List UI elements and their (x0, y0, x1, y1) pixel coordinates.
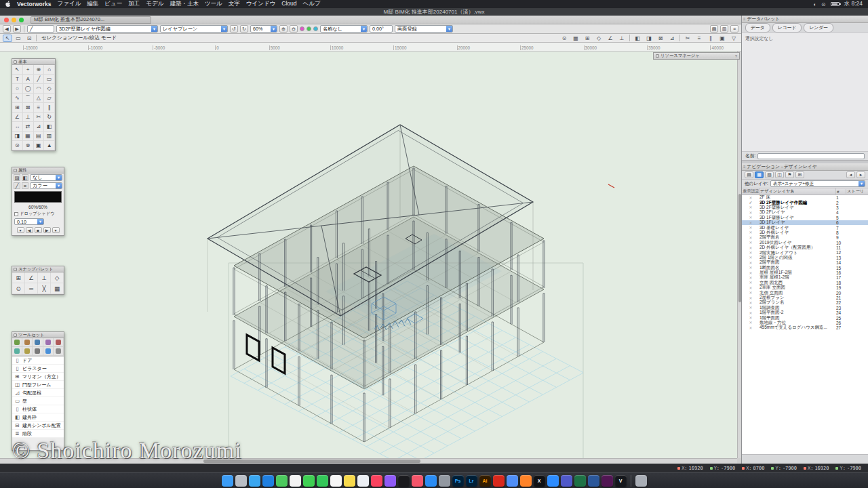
menubar-clock[interactable]: 水 8:24 (844, 0, 863, 8)
toolset-item[interactable]: ≣ 階段 (12, 430, 64, 438)
tool-icon[interactable]: ↻ (44, 113, 55, 122)
layer-visibility-toggle[interactable]: ✕ (742, 326, 760, 330)
dock-app-icon[interactable] (398, 475, 410, 487)
toolset-item[interactable]: ▯ ドア (12, 357, 64, 365)
column-visibility[interactable]: 表示設定 (742, 188, 760, 195)
menu-item[interactable]: 建築・土木 (170, 0, 199, 8)
dock-app-icon[interactable] (520, 475, 532, 487)
attr-next-button[interactable]: ▶ (43, 227, 51, 233)
horizontal-scrollbar[interactable] (0, 458, 737, 464)
dock-app-icon[interactable] (574, 475, 586, 487)
snap-perpendicular-icon[interactable]: ⊥ (617, 35, 627, 42)
menu-item[interactable]: ビュー (104, 0, 122, 8)
palette-header[interactable]: 属性 (12, 167, 64, 174)
layer-visibility-toggle[interactable]: ✕ (742, 211, 760, 215)
toolset-item[interactable]: ⊞ マリオン（方立） (12, 373, 64, 381)
menu-item[interactable]: ファイル (58, 0, 81, 8)
other-layers-dropdown[interactable]: 表示+スナップ+修正▼ (770, 180, 865, 187)
column-storey[interactable]: ストーリ (846, 188, 868, 195)
close-icon[interactable] (14, 60, 17, 64)
menu-item[interactable]: ヘルプ (303, 0, 321, 8)
dock-app-icon[interactable]: Ps (452, 475, 464, 487)
angle-field[interactable]: 0.00° (370, 25, 393, 33)
tool-icon[interactable]: + (23, 65, 34, 75)
snap-tool-icon[interactable]: ╳ (38, 283, 51, 294)
dock-app-icon[interactable] (588, 475, 599, 487)
layer-visibility-toggle[interactable]: ✕ (742, 241, 760, 245)
close-icon[interactable] (14, 169, 17, 172)
tool-icon[interactable]: ⌒ (23, 94, 34, 103)
menu-item[interactable]: 文字 (229, 0, 240, 8)
help-options-icon[interactable]: ▽ (729, 35, 738, 42)
display-icon[interactable]: ◐ (814, 1, 817, 7)
control-center-icon[interactable]: ⊙ (821, 1, 825, 7)
toolset-item[interactable]: ▯ ピラスター (12, 365, 64, 373)
data-palette-tab[interactable]: データ (745, 23, 770, 33)
forward-button[interactable]: ▶ (13, 25, 21, 33)
menu-item[interactable]: 加工 (128, 0, 140, 8)
tool-icon[interactable]: ▲ (44, 141, 55, 150)
tool-icon[interactable]: ✂ (34, 113, 45, 122)
viewports-tab-icon[interactable]: ◫ (775, 171, 784, 178)
layer-visibility-toggle[interactable]: ✕ (742, 306, 760, 310)
dock-app-icon[interactable]: Lr (466, 475, 477, 487)
data-palette-tab[interactable]: レンダー (804, 23, 833, 33)
layer-row[interactable]: ✕ 455mmで支えるログハウス鋼造... 27 (742, 325, 868, 330)
tool-icon[interactable]: ○ (12, 84, 23, 94)
layer-visibility-toggle[interactable]: ✕ (742, 286, 760, 290)
snap-grid-icon[interactable]: ▦ (571, 35, 580, 42)
references-tab-icon[interactable]: ⊞ (795, 171, 804, 178)
battery-icon[interactable] (831, 2, 840, 6)
tool-icon[interactable]: ◧ (44, 122, 55, 131)
dock-app-icon[interactable] (222, 475, 233, 487)
saved-views-tab-icon[interactable]: ⚑ (785, 171, 794, 178)
layer-visibility-toggle[interactable]: ✕ (742, 221, 760, 225)
dock-app-icon[interactable] (235, 475, 247, 487)
column-layer-name[interactable]: デザインレイヤ名 (760, 188, 836, 195)
menu-item[interactable]: ツール (205, 0, 222, 8)
tool-icon[interactable]: △ (34, 94, 45, 103)
tool-icon[interactable]: ⊙ (12, 141, 23, 150)
snap-object-icon[interactable]: ⊞ (583, 35, 592, 42)
app-menu[interactable]: Vectorworks (17, 1, 52, 7)
menu-item[interactable]: ウインドウ (246, 0, 276, 8)
dock-app-icon[interactable] (344, 475, 355, 487)
back-button[interactable]: ◀ (3, 25, 11, 33)
clip-cube-icon[interactable]: ⊠ (656, 35, 665, 42)
palette-header[interactable]: スナップパレット (12, 266, 64, 272)
apple-menu[interactable] (5, 1, 11, 7)
tool-icon[interactable]: ↔ (12, 122, 23, 131)
section-icon[interactable]: ⊿ (667, 35, 677, 42)
toolset-category-icon[interactable] (12, 347, 22, 356)
render-mode-hidden-line-icon[interactable] (313, 26, 318, 31)
pen-style-dropdown[interactable]: カラー▼ (30, 182, 62, 189)
dock-app-icon[interactable] (357, 475, 369, 487)
design-layers-tab-icon[interactable]: ▦ (755, 171, 764, 178)
dock-app-icon[interactable] (330, 475, 342, 487)
palette-header[interactable]: ≡ ナビゲーション - デザインレイヤ (742, 163, 868, 171)
menu-item[interactable]: Cloud (281, 0, 296, 8)
tool-icon[interactable]: ▱ (44, 94, 55, 103)
dock-app-icon[interactable] (439, 475, 450, 487)
layer-visibility-toggle[interactable]: ✕ (742, 281, 760, 285)
align-icon[interactable]: ≡ (694, 35, 704, 42)
name-input[interactable] (757, 153, 865, 159)
split-view-icon[interactable]: ◧ (633, 35, 642, 42)
zoom-in-button[interactable]: ⊕ (279, 25, 288, 33)
scissors-icon[interactable]: ✂ (683, 35, 692, 42)
sheet-layers-tab-icon[interactable]: ▧ (765, 171, 774, 178)
detail-icon[interactable]: ▣ (717, 35, 727, 42)
tool-icon[interactable]: ⌂ (44, 65, 55, 75)
zoom-window-button[interactable] (19, 18, 24, 22)
resource-manager-bar[interactable]: リソースマネージャ ? (653, 52, 740, 60)
tool-icon[interactable]: ⇄ (23, 122, 34, 131)
layer-visibility-toggle[interactable]: ✕ (742, 196, 760, 200)
pen-style-icon[interactable]: ╱ (14, 182, 20, 189)
dock-app-icon[interactable] (601, 475, 613, 487)
palette-header[interactable]: ツールセット (12, 332, 64, 338)
layer-visibility-toggle[interactable]: ✕ (742, 230, 760, 235)
drawing-canvas[interactable] (0, 52, 737, 458)
palette-header[interactable]: ≡ データパレット (742, 16, 868, 23)
annotation-field[interactable]: ╱ (27, 25, 54, 33)
snap-tool-icon[interactable]: ◇ (51, 272, 64, 283)
